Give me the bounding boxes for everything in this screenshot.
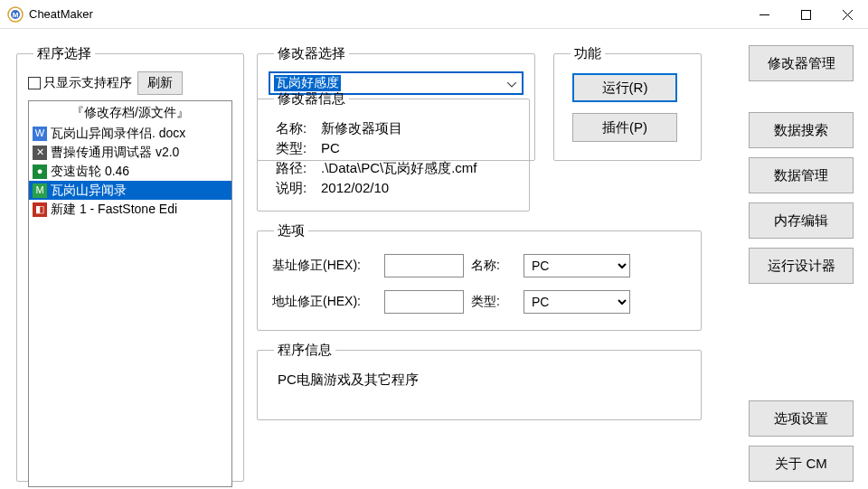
options-setting-button[interactable]: 选项设置 [749,400,854,437]
opt-type-select[interactable]: PC [524,290,630,314]
modifier-select-legend: 修改器选择 [274,45,349,62]
about-button[interactable]: 关于 CM [749,446,854,482]
info-path-key: 路径: [276,158,321,178]
program-info-group: 程序信息 PC电脑游戏及其它程序 [257,342,702,420]
data-search-button[interactable]: 数据搜索 [749,112,854,148]
data-manager-button[interactable]: 数据管理 [749,157,854,193]
file-list-header: 『修改存档/源文件』 [29,101,231,124]
app-title: CheatMaker [29,7,743,21]
list-item-label: 变速齿轮 0.46 [51,162,129,181]
run-designer-button[interactable]: 运行设计器 [749,248,854,284]
list-item[interactable]: ●变速齿轮 0.46 [29,162,231,181]
program-file-list[interactable]: 『修改存档/源文件』 W瓦岗山异闻录伴侣. docx✕曹操传通用调试器 v2.0… [28,100,232,487]
list-item[interactable]: W瓦岗山异闻录伴侣. docx [29,124,231,143]
program-select-legend: 程序选择 [33,45,95,62]
svg-rect-4 [801,10,810,19]
list-item[interactable]: ✕曹操传通用调试器 v2.0 [29,143,231,162]
list-item-label: 瓦岗山异闻录伴侣. docx [51,124,185,143]
program-select-group: 程序选择 只显示支持程序 刷新 『修改存档/源文件』 W瓦岗山异闻录伴侣. do… [16,45,244,482]
function-group: 功能 运行(R) 插件(P) [553,45,702,161]
refresh-button[interactable]: 刷新 [137,71,183,95]
memory-edit-button[interactable]: 内存编辑 [749,202,854,239]
modifier-manager-button[interactable]: 修改器管理 [749,45,854,81]
file-icon: ✕ [33,146,47,160]
function-legend: 功能 [571,45,605,62]
modifier-info-group: 修改器信息 名称:新修改器项目 类型:PC 路径:.\Data\PC\瓦岗好感度… [257,90,530,212]
info-desc-key: 说明: [276,178,321,198]
program-info-legend: 程序信息 [274,342,335,359]
info-desc-val: 2012/02/10 [321,178,389,198]
info-type-val: PC [321,138,340,158]
options-legend: 选项 [274,222,308,240]
addr-fix-label: 地址修正(HEX): [272,294,377,310]
file-icon: ● [33,165,47,179]
checkbox-box-icon [28,77,41,89]
file-icon: W [33,127,47,141]
opt-name-label: 名称: [471,258,516,274]
run-button[interactable]: 运行(R) [572,73,677,102]
file-icon: M [33,183,47,198]
file-icon: ◧ [33,202,47,217]
modifier-info-legend: 修改器信息 [274,90,349,108]
info-type-key: 类型: [276,138,321,158]
modifier-combobox-value: 瓦岗好感度 [274,75,341,91]
window-controls [743,0,868,28]
program-info-text: PC电脑游戏及其它程序 [269,368,690,409]
maximize-button[interactable] [785,0,826,29]
options-group: 选项 基址修正(HEX): 名称: PC 地址修正(HEX): 类型: PC [257,222,702,331]
only-supported-checkbox[interactable]: 只显示支持程序 [28,75,132,91]
svg-text:M: M [13,11,19,19]
list-item[interactable]: M瓦岗山异闻录 [29,181,231,200]
list-item-label: 新建 1 - FastStone Edi [51,200,177,219]
opt-type-label: 类型: [471,294,516,310]
info-name-val: 新修改器项目 [321,118,402,138]
list-item-label: 瓦岗山异闻录 [51,181,127,200]
close-button[interactable] [826,0,868,29]
minimize-button[interactable] [743,0,785,29]
base-fix-input[interactable] [384,254,464,277]
info-name-key: 名称: [276,118,321,138]
list-item[interactable]: ◧新建 1 - FastStone Edi [29,200,231,219]
info-path-val: .\Data\PC\瓦岗好感度.cmf [321,158,477,178]
plugin-button[interactable]: 插件(P) [572,113,677,142]
addr-fix-input[interactable] [384,290,464,314]
only-supported-label: 只显示支持程序 [43,75,132,91]
titlebar: M CheatMaker [0,0,868,29]
list-item-label: 曹操传通用调试器 v2.0 [51,143,179,162]
app-icon: M [7,6,24,23]
opt-name-select[interactable]: PC [524,254,630,277]
base-fix-label: 基址修正(HEX): [272,258,377,274]
